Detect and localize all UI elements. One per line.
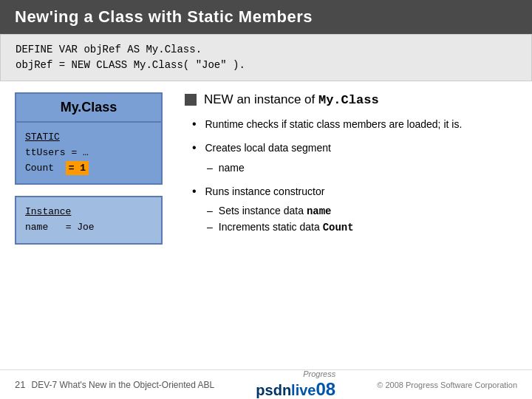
page-number: 21 (15, 379, 25, 390)
footer-logo: Progress psdnlive08 (256, 369, 335, 399)
section-header: NEW an instance of My.Class (185, 92, 517, 107)
code-line-1: DEFINE VAR objRef AS My.Class. (16, 42, 516, 58)
class-box: My.Class STATIC ttUsers = … Count = 1 (15, 92, 163, 185)
sub-list-item: Increments static data Count (207, 219, 517, 236)
name-field: name = Joe (25, 220, 152, 236)
count-row: Count = 1 (25, 161, 152, 177)
footer-left: 21 DEV-7 What's New in the Object-Orient… (15, 379, 214, 390)
code-line-2: objRef = NEW CLASS My.Class( "Joe" ). (16, 58, 516, 73)
list-item: Runtime checks if static class members a… (192, 116, 517, 132)
instance-label: Instance (25, 205, 152, 220)
main-content: My.Class STATIC ttUsers = … Count = 1 In… (0, 81, 532, 369)
static-label: STATIC (25, 130, 152, 146)
square-bullet-icon (185, 94, 197, 106)
section-title: NEW an instance of My.Class (204, 92, 379, 107)
logo-progress-text: Progress (303, 369, 335, 379)
logo-brand: psdnlive08 (256, 379, 335, 399)
list-item: Creates local data segment name (192, 140, 517, 175)
footer-dev-label: DEV-7 What's New in the Object-Oriented … (31, 380, 214, 390)
class-static-section: STATIC ttUsers = … Count = 1 (16, 123, 161, 183)
footer: 21 DEV-7 What's New in the Object-Orient… (0, 369, 532, 399)
content-right: NEW an instance of My.Class Runtime chec… (177, 92, 517, 358)
footer-copyright: © 2008 Progress Software Corporation (377, 381, 517, 389)
page-title: New'ing a Class with Static Members (0, 0, 532, 34)
class-diagram: My.Class STATIC ttUsers = … Count = 1 In… (15, 92, 163, 358)
tt-users: ttUsers = … (25, 146, 152, 161)
instance-box: Instance name = Joe (15, 196, 163, 245)
list-item: Runs instance constructor Sets instance … (192, 183, 517, 236)
code-block: DEFINE VAR objRef AS My.Class. objRef = … (0, 34, 532, 81)
sub-list: Sets instance data name Increments stati… (192, 203, 517, 236)
class-name: My.Class (16, 94, 161, 123)
sub-list-item: name (207, 160, 517, 176)
bullet-list: Runtime checks if static class members a… (185, 116, 517, 236)
sub-list-item: Sets instance data name (207, 203, 517, 219)
sub-list: name (192, 160, 517, 176)
